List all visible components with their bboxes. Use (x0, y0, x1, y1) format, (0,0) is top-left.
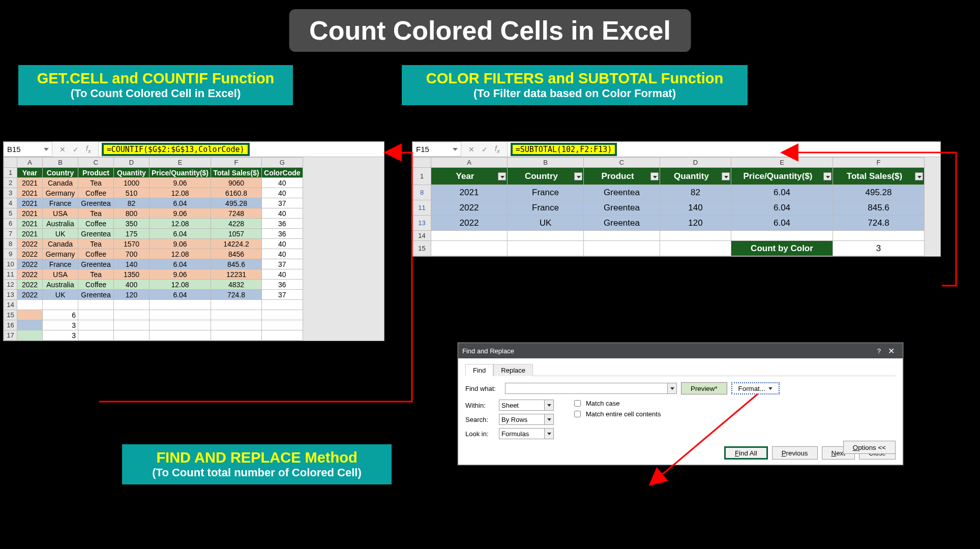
column-header[interactable]: D (660, 158, 731, 168)
cell[interactable]: Germany (43, 249, 78, 259)
cell[interactable]: Greentea (584, 185, 660, 200)
cell[interactable]: Tea (78, 269, 114, 280)
cell[interactable]: 2021 (17, 198, 43, 208)
cell[interactable]: 82 (114, 198, 150, 208)
cell[interactable]: Germany (43, 188, 78, 198)
cell[interactable]: 40 (262, 269, 303, 280)
row-header[interactable]: 7 (4, 229, 17, 239)
cell[interactable]: Greentea (78, 198, 114, 208)
previous-button[interactable]: Previous (772, 446, 818, 460)
cell[interactable]: Coffee (78, 249, 114, 259)
cell[interactable]: 2021 (17, 188, 43, 198)
cell[interactable]: 6.04 (150, 259, 211, 269)
cell[interactable]: 2022 (17, 280, 43, 290)
fx-icon[interactable]: fx (86, 144, 91, 154)
table-header-filter[interactable]: Price/Quantity($) (731, 168, 833, 185)
row-header[interactable]: 1 (4, 168, 17, 178)
cell[interactable]: 4228 (211, 219, 262, 229)
cell[interactable]: Greentea (78, 229, 114, 239)
lookin-select[interactable] (499, 428, 554, 439)
cell[interactable]: USA (43, 269, 78, 280)
cell[interactable]: 845.6 (211, 259, 262, 269)
column-header[interactable]: B (43, 158, 78, 168)
cell[interactable]: Coffee (78, 280, 114, 290)
cell[interactable]: 82 (660, 185, 731, 200)
cell[interactable]: 12.08 (150, 188, 211, 198)
find-what-input[interactable] (505, 383, 677, 394)
cell[interactable]: 2021 (17, 208, 43, 219)
cell[interactable]: 2021 (17, 229, 43, 239)
cell[interactable]: Coffee (78, 219, 114, 229)
row-header[interactable]: 12 (4, 280, 17, 290)
confirm-icon[interactable]: ✓ (73, 145, 79, 154)
cell[interactable]: Tea (78, 178, 114, 188)
cell[interactable]: 4832 (211, 280, 262, 290)
cell[interactable]: 40 (262, 208, 303, 219)
name-box[interactable]: B15 (4, 142, 52, 157)
cell[interactable]: 36 (262, 229, 303, 239)
cell[interactable]: 6.04 (150, 229, 211, 239)
find-replace-dialog[interactable]: Find and Replace ? ✕ Find Replace Find w… (458, 343, 903, 465)
column-header[interactable]: A (17, 158, 43, 168)
cell[interactable]: 800 (114, 208, 150, 219)
column-header[interactable]: C (584, 158, 660, 168)
cell[interactable]: 2022 (17, 239, 43, 249)
cell[interactable]: UK (43, 290, 78, 300)
cell[interactable]: 6.04 (150, 198, 211, 208)
cell[interactable]: 36 (262, 219, 303, 229)
preview-button[interactable]: Preview* (681, 382, 727, 394)
search-select[interactable] (499, 414, 554, 425)
cell[interactable]: 400 (114, 280, 150, 290)
cell[interactable]: 1000 (114, 178, 150, 188)
cell[interactable]: 724.8 (833, 216, 925, 231)
cancel-icon[interactable]: ✕ (60, 145, 66, 154)
cell[interactable]: Tea (78, 239, 114, 249)
cell[interactable]: 40 (262, 178, 303, 188)
cell[interactable]: 2022 (17, 259, 43, 269)
cell[interactable]: 1570 (114, 239, 150, 249)
cell[interactable]: Canada (43, 178, 78, 188)
cell[interactable]: 12.08 (150, 249, 211, 259)
column-header[interactable]: E (731, 158, 833, 168)
cell[interactable]: 140 (114, 259, 150, 269)
cell[interactable]: 495.28 (211, 198, 262, 208)
find-all-button[interactable]: Find All (724, 446, 768, 460)
cell[interactable]: UK (43, 229, 78, 239)
confirm-icon[interactable]: ✓ (482, 145, 488, 154)
cell[interactable]: 14224.2 (211, 239, 262, 249)
cell[interactable]: 9.06 (150, 178, 211, 188)
cell[interactable]: 7248 (211, 208, 262, 219)
table-header-filter[interactable]: Quantity (660, 168, 731, 185)
cell[interactable]: 37 (262, 198, 303, 208)
cell[interactable]: France (508, 200, 584, 216)
cell[interactable]: 8456 (211, 249, 262, 259)
cell[interactable]: 1057 (211, 229, 262, 239)
cell[interactable]: 9.06 (150, 239, 211, 249)
cell[interactable]: 37 (262, 259, 303, 269)
column-header[interactable]: D (114, 158, 150, 168)
cell[interactable]: 140 (660, 200, 731, 216)
dialog-titlebar[interactable]: Find and Replace ? ✕ (458, 343, 903, 358)
column-header[interactable]: B (508, 158, 584, 168)
cell[interactable]: 6160.8 (211, 188, 262, 198)
formula-input[interactable]: =COUNTIF($G$2:$G$13,ColorCode) (99, 142, 384, 157)
cell[interactable]: 9.06 (150, 208, 211, 219)
right-grid[interactable]: ABCDEF1YearCountryProductQuantityPrice/Q… (412, 157, 925, 256)
cell[interactable]: 40 (262, 188, 303, 198)
cell[interactable]: 37 (262, 290, 303, 300)
help-icon[interactable]: ? (877, 347, 881, 355)
cell[interactable]: Australia (43, 280, 78, 290)
cell[interactable]: 510 (114, 188, 150, 198)
row-header[interactable]: 9 (4, 249, 17, 259)
cell[interactable]: Tea (78, 208, 114, 219)
cell[interactable]: UK (508, 216, 584, 231)
cell[interactable]: 724.8 (211, 290, 262, 300)
cell[interactable]: Greentea (78, 259, 114, 269)
row-header[interactable]: 10 (4, 259, 17, 269)
cell[interactable]: Canada (43, 239, 78, 249)
table-header-filter[interactable]: Product (584, 168, 660, 185)
match-entire-checkbox[interactable] (574, 411, 581, 417)
cell[interactable]: 6.04 (731, 185, 833, 200)
match-case-checkbox[interactable] (574, 400, 581, 407)
column-header[interactable]: A (431, 158, 508, 168)
